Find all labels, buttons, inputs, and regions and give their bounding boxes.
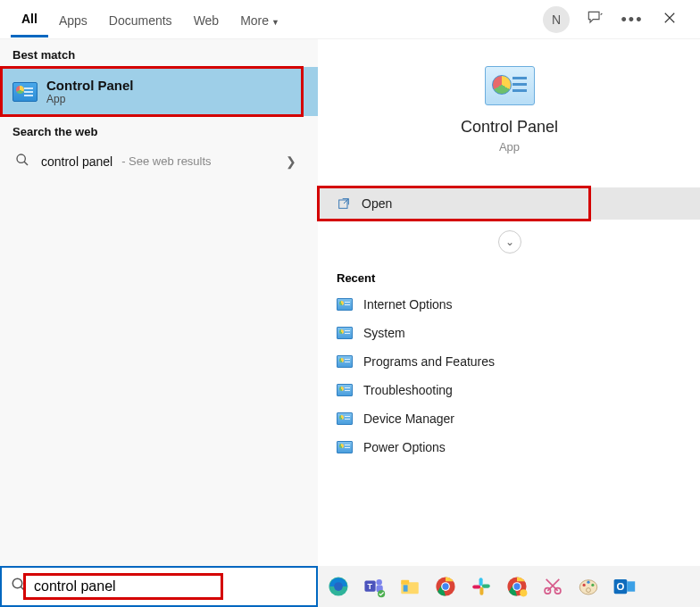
tab-documents[interactable]: Documents	[98, 3, 183, 37]
recent-item-label: Programs and Features	[363, 354, 495, 369]
feedback-icon	[586, 9, 604, 30]
svg-text:T: T	[367, 582, 372, 591]
recent-item-label: Device Manager	[363, 412, 454, 426]
user-avatar[interactable]: N	[543, 6, 570, 33]
recent-item-label: Power Options	[363, 440, 446, 454]
recent-item[interactable]: Programs and Features	[326, 347, 693, 376]
svg-rect-16	[479, 578, 483, 586]
svg-point-0	[17, 154, 25, 162]
search-box[interactable]	[0, 566, 318, 607]
feedback-button[interactable]	[582, 7, 607, 32]
svg-rect-12	[404, 585, 408, 591]
svg-point-27	[583, 584, 586, 586]
ellipsis-icon: •••	[621, 12, 644, 28]
open-label: Open	[362, 196, 392, 211]
svg-point-23	[520, 589, 527, 596]
detail-subtitle: App	[319, 140, 700, 154]
more-options-button[interactable]: •••	[620, 7, 645, 32]
svg-rect-33	[627, 581, 635, 591]
tab-apps[interactable]: Apps	[48, 3, 98, 37]
detail-title: Control Panel	[319, 118, 700, 137]
search-icon	[12, 153, 32, 170]
best-match-subtitle: App	[46, 93, 134, 105]
recent-item[interactable]: Troubleshooting	[326, 376, 693, 404]
svg-point-30	[587, 588, 591, 593]
control-panel-icon	[12, 82, 38, 102]
search-web-label: Search the web	[0, 116, 318, 144]
chevron-down-icon: ▼	[271, 18, 279, 27]
control-panel-mini-icon	[337, 327, 353, 339]
svg-point-15	[442, 583, 448, 589]
taskbar-outlook-icon[interactable]: O	[609, 571, 639, 602]
best-match-label: Best match	[0, 39, 318, 67]
web-query-suffix: - See web results	[121, 154, 211, 168]
detail-panel: Control Panel App Open ⌄ Recent Internet…	[318, 39, 700, 566]
close-button[interactable]	[657, 7, 682, 32]
search-icon	[2, 577, 34, 596]
recent-label: Recent	[319, 259, 700, 287]
recent-item[interactable]: Device Manager	[326, 404, 693, 433]
recent-list: Internet Options System Programs and Fea…	[319, 287, 700, 465]
recent-item[interactable]: Power Options	[326, 433, 693, 461]
svg-point-4	[334, 582, 343, 591]
control-panel-mini-icon	[337, 384, 353, 396]
svg-rect-18	[479, 587, 483, 595]
web-query-text: control panel	[41, 154, 112, 169]
best-match-title: Control Panel	[46, 78, 134, 93]
recent-item-label: Troubleshooting	[363, 383, 453, 397]
svg-point-22	[513, 583, 520, 589]
chevron-down-icon: ⌄	[505, 236, 514, 248]
taskbar-chrome-icon[interactable]	[430, 571, 461, 602]
control-panel-mini-icon	[337, 441, 353, 453]
taskbar-edge-icon[interactable]	[323, 571, 354, 602]
chevron-right-icon: ❯	[286, 154, 305, 169]
search-web-item[interactable]: control panel - See web results ❯	[0, 144, 318, 179]
taskbar-chrome-canary-icon[interactable]	[502, 571, 532, 602]
tab-web[interactable]: Web	[183, 3, 230, 37]
search-scope-tabs: All Apps Documents Web More▼ N •••	[0, 0, 700, 39]
recent-item-label: System	[363, 326, 405, 340]
svg-point-29	[591, 584, 594, 586]
close-icon	[663, 12, 676, 28]
control-panel-mini-icon	[337, 412, 353, 425]
control-panel-mini-icon	[337, 355, 353, 368]
recent-item[interactable]: Internet Options	[326, 290, 693, 319]
expand-button[interactable]: ⌄	[498, 230, 521, 254]
results-panel: Best match Control Panel App Search the …	[0, 39, 318, 566]
open-action[interactable]: Open	[319, 187, 700, 220]
search-input[interactable]	[34, 568, 316, 605]
highlight-box	[317, 186, 591, 221]
control-panel-mini-icon	[337, 298, 353, 311]
best-match-item[interactable]: Control Panel App	[0, 67, 318, 116]
svg-rect-17	[482, 585, 490, 588]
svg-rect-19	[472, 585, 480, 588]
svg-point-7	[376, 579, 382, 586]
taskbar-snip-icon[interactable]	[538, 571, 568, 602]
tab-more[interactable]: More▼	[229, 3, 290, 37]
highlight-box	[0, 66, 304, 117]
taskbar-teams-icon[interactable]: T	[359, 571, 389, 602]
taskbar-apps: T O	[318, 566, 700, 607]
taskbar: T O	[0, 566, 700, 607]
open-icon	[337, 196, 351, 211]
svg-point-2	[12, 578, 22, 588]
recent-item-label: Internet Options	[363, 297, 453, 312]
tab-all[interactable]: All	[11, 1, 48, 37]
control-panel-large-icon	[485, 66, 535, 105]
recent-item[interactable]: System	[326, 319, 693, 347]
svg-point-28	[587, 581, 589, 584]
taskbar-file-explorer-icon[interactable]	[395, 571, 425, 602]
taskbar-paint-icon[interactable]	[573, 571, 604, 602]
svg-rect-11	[401, 580, 409, 585]
svg-text:O: O	[617, 581, 625, 592]
taskbar-slack-icon[interactable]	[466, 571, 496, 602]
tab-more-label: More	[240, 13, 269, 28]
